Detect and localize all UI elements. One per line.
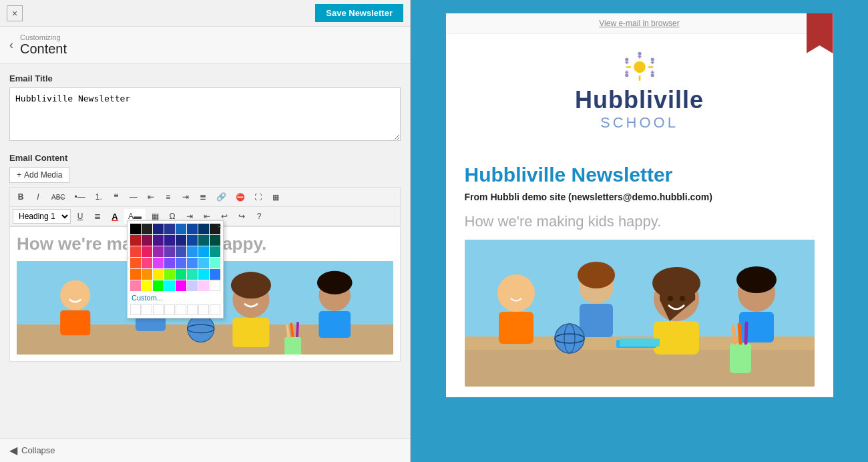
redo-button[interactable]: ↪ xyxy=(234,209,250,224)
back-button[interactable]: ‹ xyxy=(9,38,13,52)
color-swatch[interactable] xyxy=(130,258,141,268)
color-swatch[interactable] xyxy=(164,246,175,257)
color-swatch[interactable] xyxy=(130,224,141,234)
breadcrumb-bar: ‹ Customizing Content xyxy=(0,27,410,64)
color-swatch[interactable] xyxy=(142,280,152,291)
color-swatch[interactable] xyxy=(198,269,209,280)
strikethrough-button[interactable]: ABC xyxy=(47,190,69,204)
color-swatch[interactable] xyxy=(187,246,198,257)
close-button[interactable]: × xyxy=(7,5,23,21)
color-swatch[interactable] xyxy=(176,246,186,257)
collapse-label[interactable]: Collapse xyxy=(21,445,55,455)
color-swatch[interactable] xyxy=(210,280,220,291)
color-swatch[interactable] xyxy=(164,224,175,234)
color-swatch[interactable] xyxy=(142,258,152,268)
svg-point-41 xyxy=(497,274,535,312)
blockquote-button[interactable]: ❝ xyxy=(108,190,124,204)
color-swatch[interactable] xyxy=(176,235,186,246)
custom-color-slot xyxy=(142,304,152,315)
justify-button[interactable]: ≣ xyxy=(89,209,105,224)
link-button[interactable]: 🔗 xyxy=(212,190,230,204)
color-swatch[interactable] xyxy=(176,269,186,280)
color-swatch[interactable] xyxy=(130,246,141,257)
color-picker-close[interactable]: × xyxy=(218,222,222,230)
color-swatch[interactable] xyxy=(130,269,141,280)
svg-point-49 xyxy=(668,296,673,301)
add-media-label: Add Media xyxy=(24,170,62,180)
view-email-link[interactable]: View e-mail in browser xyxy=(599,19,680,28)
color-swatch[interactable] xyxy=(142,246,152,257)
email-title-input[interactable]: Hubbliville Newsletter xyxy=(9,87,401,141)
align-center-button[interactable]: ≡ xyxy=(160,190,176,204)
newsletter-image xyxy=(465,240,815,387)
custom-color-slot xyxy=(198,304,209,315)
font-color-button[interactable]: A xyxy=(107,209,123,224)
color-swatch[interactable] xyxy=(198,224,209,234)
align-left-button[interactable]: ⇤ xyxy=(143,190,159,204)
color-swatch[interactable] xyxy=(130,235,141,246)
color-swatch[interactable] xyxy=(210,258,220,268)
color-swatch[interactable] xyxy=(187,269,198,280)
ul-button[interactable]: •— xyxy=(71,190,89,204)
help-button[interactable]: ? xyxy=(251,209,267,224)
color-swatch[interactable] xyxy=(187,280,198,291)
color-swatch[interactable] xyxy=(176,224,186,234)
add-media-icon: + xyxy=(17,170,21,180)
svg-rect-7 xyxy=(232,318,269,347)
color-swatch[interactable] xyxy=(176,280,186,291)
color-swatch[interactable] xyxy=(187,235,198,246)
unlink-button[interactable]: ⛔ xyxy=(232,190,249,204)
svg-point-18 xyxy=(634,61,646,73)
color-swatch[interactable] xyxy=(142,235,152,246)
top-bar: × Save Newsletter xyxy=(0,0,410,27)
svg-point-50 xyxy=(680,296,685,301)
dash-button[interactable]: — xyxy=(126,190,142,204)
color-swatch[interactable] xyxy=(187,224,198,234)
svg-line-59 xyxy=(739,324,740,343)
color-swatch[interactable] xyxy=(176,258,186,268)
table-helper-button[interactable]: ▦ xyxy=(268,190,284,204)
underline-button[interactable]: U xyxy=(72,209,88,224)
color-swatch[interactable] xyxy=(164,280,175,291)
color-swatch[interactable] xyxy=(153,280,164,291)
save-newsletter-button[interactable]: Save Newsletter xyxy=(315,4,403,22)
bold-button[interactable]: B xyxy=(13,190,29,204)
align-justify-button[interactable]: ≣ xyxy=(195,190,211,204)
color-swatch[interactable] xyxy=(142,224,152,234)
color-swatch[interactable] xyxy=(153,258,164,268)
color-swatch[interactable] xyxy=(164,235,175,246)
color-swatch[interactable] xyxy=(153,246,164,257)
add-media-button[interactable]: + Add Media xyxy=(9,167,69,183)
italic-button[interactable]: I xyxy=(30,190,46,204)
color-swatch[interactable] xyxy=(198,280,209,291)
newsletter-header: Hubbliville SCHOOL xyxy=(446,34,833,153)
color-swatch[interactable] xyxy=(164,269,175,280)
svg-point-12 xyxy=(188,315,214,342)
svg-point-32 xyxy=(650,73,654,77)
svg-line-17 xyxy=(297,322,298,337)
color-swatch[interactable] xyxy=(153,269,164,280)
color-swatch[interactable] xyxy=(198,235,209,246)
svg-line-16 xyxy=(291,323,293,337)
color-swatch[interactable] xyxy=(198,258,209,268)
color-swatch[interactable] xyxy=(130,280,141,291)
color-swatch[interactable] xyxy=(210,235,220,246)
align-right-button[interactable]: ⇥ xyxy=(178,190,194,204)
color-swatch[interactable] xyxy=(210,269,220,280)
color-swatch[interactable] xyxy=(153,235,164,246)
color-swatch[interactable] xyxy=(198,246,209,257)
color-swatch[interactable] xyxy=(210,246,220,257)
school-name-school: SCHOOL xyxy=(600,114,678,132)
left-panel: × Save Newsletter ‹ Customizing Content … xyxy=(0,0,411,462)
svg-rect-14 xyxy=(284,337,301,355)
color-swatch[interactable] xyxy=(187,258,198,268)
custom-color-slot xyxy=(176,304,186,315)
table-button[interactable]: ⛶ xyxy=(250,190,266,204)
heading-select[interactable]: Heading 1 Heading 2 Heading 3 Paragraph xyxy=(13,209,71,224)
color-swatch[interactable] xyxy=(142,269,152,280)
color-swatch[interactable] xyxy=(164,258,175,268)
ol-button[interactable]: 1. xyxy=(91,190,107,204)
custom-color-link[interactable]: Custom... xyxy=(132,294,219,302)
color-swatch[interactable] xyxy=(153,224,164,234)
svg-point-45 xyxy=(578,262,615,288)
